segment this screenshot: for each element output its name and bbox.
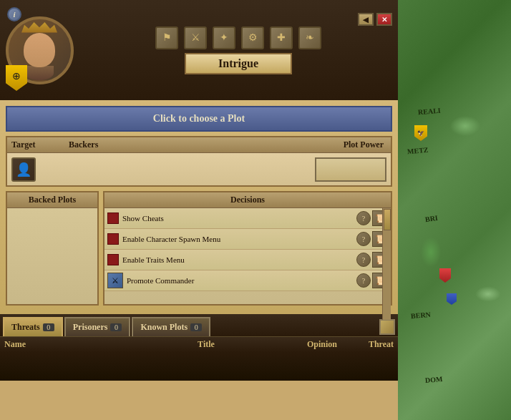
map-label-bern: BERN bbox=[411, 311, 432, 320]
col-header-plot-power: Plot Power bbox=[315, 140, 386, 150]
decision-item-2[interactable]: Enable Traits Menu ? 📜 bbox=[104, 250, 391, 270]
target-avatar: 👤 bbox=[11, 157, 36, 182]
tab-prisoners[interactable]: Prisoners 0 bbox=[64, 317, 131, 336]
backed-plots-header: Backed Plots bbox=[7, 192, 97, 208]
map-label-metz: METZ bbox=[407, 146, 429, 156]
decision-help-3[interactable]: ? bbox=[356, 273, 371, 288]
nav-icons-top-row: ⚑ ⚔ ✦ ⚙ ✚ ❧ bbox=[155, 26, 321, 49]
tab-known-plots[interactable]: Known Plots 0 bbox=[132, 317, 210, 336]
nav-icon-2[interactable]: ✦ bbox=[213, 26, 235, 49]
map-shield-3 bbox=[447, 293, 457, 305]
th-name: Name bbox=[4, 339, 119, 350]
tab-known-plots-label: Known Plots bbox=[140, 322, 188, 333]
scrollbar-thumb bbox=[384, 209, 391, 230]
map-shield-1: 🦅 bbox=[414, 125, 427, 141]
decision-item-0[interactable]: Show Cheats ? 📜 bbox=[104, 208, 391, 229]
window-back-button[interactable]: ◀ bbox=[358, 13, 374, 26]
main-panel: i ⊕ ⚑ ⚔ ✦ ⚙ ✚ ❧ bbox=[0, 0, 398, 420]
map-label-bri: BRI bbox=[424, 214, 438, 223]
th-threat: Threat bbox=[351, 339, 394, 350]
map-label-dom: DOM bbox=[425, 375, 443, 384]
col-header-target: Target bbox=[11, 140, 69, 150]
decision-color-2 bbox=[107, 254, 119, 265]
plot-table-header: Target Backers Plot Power bbox=[7, 137, 391, 153]
choose-plot-button[interactable]: Click to choose a Plot bbox=[6, 106, 392, 132]
avatar-container: ⊕ bbox=[0, 4, 79, 97]
top-bar: i ⊕ ⚑ ⚔ ✦ ⚙ ✚ ❧ bbox=[0, 0, 398, 100]
tab-known-plots-count: 0 bbox=[190, 323, 202, 331]
table-header-row: Name Title Opinion Threat bbox=[0, 336, 398, 352]
top-nav: ⚑ ⚔ ✦ ⚙ ✚ ❧ Intrigue ◀ ✕ bbox=[79, 26, 398, 74]
col-header-backers: Backers bbox=[69, 140, 315, 150]
tab-threats-count: 0 bbox=[43, 323, 54, 331]
king-crown bbox=[21, 20, 57, 33]
decision-label-0: Show Cheats bbox=[122, 214, 356, 223]
decision-color-1 bbox=[107, 233, 119, 245]
plot-table-body: 👤 bbox=[7, 153, 391, 185]
nav-icon-1[interactable]: ⚔ bbox=[184, 26, 207, 49]
map-shield-2 bbox=[439, 268, 451, 283]
decision-special-icon-3: ⚔ bbox=[107, 273, 123, 288]
decision-item-1[interactable]: Enable Character Spawn Menu ? 📜 bbox=[104, 229, 391, 250]
content-area: Click to choose a Plot Target Backers Pl… bbox=[0, 100, 398, 314]
decisions-row: Backed Plots Decisions Show Cheats ? 📜 bbox=[6, 191, 392, 306]
decision-color-0 bbox=[107, 213, 119, 224]
map-label-reali: REALI bbox=[418, 107, 442, 117]
decision-help-1[interactable]: ? bbox=[356, 232, 371, 246]
decision-label-2: Enable Traits Menu bbox=[122, 255, 356, 264]
th-title: Title bbox=[119, 339, 293, 350]
decision-label-3: Promote Commander bbox=[127, 276, 356, 285]
king-beard bbox=[25, 66, 54, 80]
backers-cell bbox=[69, 157, 312, 182]
window-controls: ◀ ✕ bbox=[358, 13, 392, 26]
decisions-panel: Decisions Show Cheats ? 📜 Enable Charact… bbox=[103, 191, 392, 306]
tab-threats[interactable]: Threats 0 bbox=[3, 317, 63, 336]
decision-help-0[interactable]: ? bbox=[356, 211, 371, 225]
bottom-tabs: Threats 0 Prisoners 0 Known Plots 0 bbox=[0, 314, 398, 336]
power-bar bbox=[315, 157, 386, 182]
window-close-button[interactable]: ✕ bbox=[376, 13, 392, 26]
decisions-header: Decisions bbox=[104, 192, 391, 208]
backed-plots-body bbox=[7, 208, 97, 214]
backed-plots-panel: Backed Plots bbox=[6, 191, 99, 306]
tab-threats-label: Threats bbox=[11, 322, 40, 333]
map-background: REALI METZ BRI BERN DOM 🦅 bbox=[396, 0, 511, 420]
nav-icon-4[interactable]: ✚ bbox=[270, 26, 293, 49]
tab-prisoners-label: Prisoners bbox=[73, 322, 108, 333]
plot-table: Target Backers Plot Power 👤 bbox=[6, 136, 392, 187]
shield-emblem: ⊕ bbox=[6, 65, 27, 91]
decision-item-3[interactable]: ⚔ Promote Commander ? 📜 bbox=[104, 270, 391, 291]
target-cell: 👤 bbox=[11, 157, 69, 182]
king-head bbox=[24, 33, 55, 67]
shield-eagle: ⊕ bbox=[12, 70, 21, 82]
table-body bbox=[0, 352, 398, 381]
decisions-scrollbar[interactable] bbox=[382, 208, 391, 320]
nav-icon-0[interactable]: ⚑ bbox=[155, 26, 178, 49]
nav-icon-5[interactable]: ❧ bbox=[298, 26, 321, 49]
decision-help-2[interactable]: ? bbox=[356, 253, 371, 267]
tab-extra-box[interactable] bbox=[379, 319, 395, 335]
nav-icon-3[interactable]: ⚙ bbox=[241, 26, 264, 49]
decision-label-1: Enable Character Spawn Menu bbox=[122, 235, 356, 243]
window-title: Intrigue bbox=[185, 53, 292, 74]
tab-prisoners-count: 0 bbox=[110, 323, 122, 331]
th-opinion: Opinion bbox=[293, 339, 351, 350]
